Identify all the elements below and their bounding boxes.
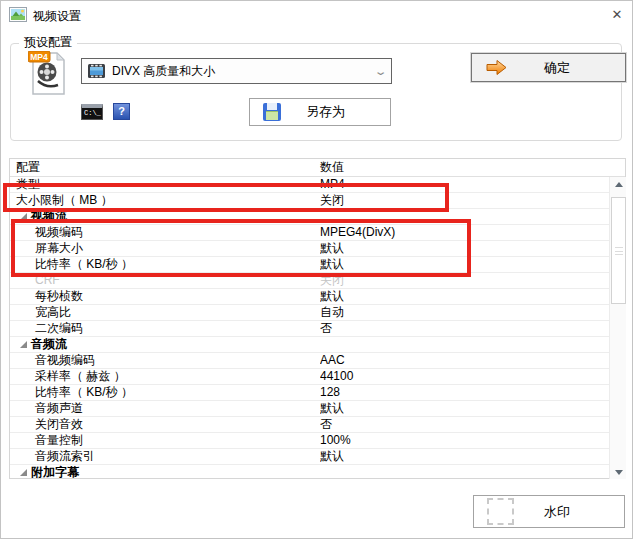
row-label-text: 采样率（ 赫兹 ） xyxy=(35,369,126,384)
scroll-up-icon[interactable] xyxy=(610,177,627,191)
titlebar: 视频设置 ✕ xyxy=(1,1,632,29)
close-icon[interactable]: ✕ xyxy=(605,5,629,25)
row-label-text: 音频流 xyxy=(31,337,67,352)
row-value: 128 xyxy=(320,385,625,400)
table-row[interactable]: 音量控制 100% xyxy=(10,433,625,449)
scrollbar-thumb[interactable] xyxy=(611,197,626,304)
row-value: 默认 xyxy=(320,449,625,464)
row-label-text: 音量控制 xyxy=(35,433,83,448)
row-label-text: CRF xyxy=(35,273,60,288)
command-prompt-icon[interactable]: C:\_ xyxy=(81,104,103,120)
table-body: 类型 MP4 大小限制（ MB ） 关闭 视频流 视频编码 MPEG4(DivX… xyxy=(10,177,625,479)
row-label-text: 类型 xyxy=(16,177,40,192)
preset-combobox[interactable]: DIVX 高质量和大小 ⌄ xyxy=(81,58,392,84)
row-value: 默认 xyxy=(320,257,625,272)
row-label-text: 音视频编码 xyxy=(35,353,95,368)
row-label-text: 宽高比 xyxy=(35,305,71,320)
row-value: MPEG4(DivX) xyxy=(320,225,625,240)
table-row[interactable]: 视频流 xyxy=(10,209,625,225)
table-row[interactable]: 宽高比 自动 xyxy=(10,305,625,321)
table-row[interactable]: 类型 MP4 xyxy=(10,177,625,193)
row-label-text: 比特率（ KB/秒 ） xyxy=(35,385,133,400)
table-row[interactable]: 比特率（ KB/秒 ） 默认 xyxy=(10,257,625,273)
save-as-button-label: 另存为 xyxy=(281,103,370,121)
svg-text:MP4: MP4 xyxy=(30,52,48,62)
row-label-text: 附加字幕 xyxy=(31,465,79,479)
chevron-down-icon: ⌄ xyxy=(373,65,387,78)
ok-button-label: 确定 xyxy=(507,59,607,77)
row-label-text: 二次编码 xyxy=(35,321,83,336)
table-row[interactable]: 视频编码 MPEG4(DivX) xyxy=(10,225,625,241)
row-label: 音频声道 xyxy=(10,401,320,416)
row-value: 自动 xyxy=(320,305,625,320)
help-icon[interactable]: ? xyxy=(113,103,130,120)
table-row[interactable]: 关闭音效 否 xyxy=(10,417,625,433)
row-label: 音频流 xyxy=(10,337,320,352)
row-value: 默认 xyxy=(320,401,625,416)
row-label: 每秒桢数 xyxy=(10,289,320,304)
row-value: 100% xyxy=(320,433,625,448)
watermark-button[interactable]: 水印 xyxy=(473,495,625,528)
row-label: 视频编码 xyxy=(10,225,320,240)
row-label-text: 每秒桢数 xyxy=(35,289,83,304)
row-label: 宽高比 xyxy=(10,305,320,320)
table-row[interactable]: 屏幕大小 默认 xyxy=(10,241,625,257)
expand-triangle-icon xyxy=(20,213,27,220)
column-header-config: 配置 xyxy=(10,159,320,176)
save-as-button[interactable]: 另存为 xyxy=(249,98,391,126)
ok-button[interactable]: 确定 xyxy=(471,53,626,82)
table-row[interactable]: 每秒桢数 默认 xyxy=(10,289,625,305)
row-label-text: 屏幕大小 xyxy=(35,241,83,256)
row-value: 44100 xyxy=(320,369,625,384)
table-row[interactable]: 音频流 xyxy=(10,337,625,353)
row-label: 视频流 xyxy=(10,209,320,224)
orange-arrow-icon xyxy=(486,59,507,76)
picture-icon xyxy=(9,7,27,22)
table-row[interactable]: 采样率（ 赫兹 ） 44100 xyxy=(10,369,625,385)
table-row[interactable]: 二次编码 否 xyxy=(10,321,625,337)
row-label-text: 音频声道 xyxy=(35,401,83,416)
row-label-text: 音频流索引 xyxy=(35,449,95,464)
table-scrollbar[interactable] xyxy=(609,177,626,479)
row-value: AAC xyxy=(320,353,625,368)
column-header-value: 数值 xyxy=(320,159,625,176)
preset-combo-value: DIVX 高质量和大小 xyxy=(112,63,215,80)
row-value: 否 xyxy=(320,417,625,432)
row-label-text: 大小限制（ MB ） xyxy=(16,193,113,208)
row-value: MP4 xyxy=(320,177,625,192)
stamp-icon xyxy=(487,498,514,525)
row-value: 关闭 xyxy=(320,273,625,288)
table-row[interactable]: 比特率（ KB/秒 ） 128 xyxy=(10,385,625,401)
table-row[interactable]: CRF 关闭 xyxy=(10,273,625,289)
row-label: 音量控制 xyxy=(10,433,320,448)
row-label: 屏幕大小 xyxy=(10,241,320,256)
table-row[interactable]: 大小限制（ MB ） 关闭 xyxy=(10,193,625,209)
row-label-text: 关闭音效 xyxy=(35,417,83,432)
watermark-button-label: 水印 xyxy=(514,503,600,521)
table-row[interactable]: 音频流索引 默认 xyxy=(10,449,625,465)
row-label-text: 视频编码 xyxy=(35,225,83,240)
row-label-text: 视频流 xyxy=(31,209,67,224)
row-value: 关闭 xyxy=(320,193,625,208)
row-label-text: 比特率（ KB/秒 ） xyxy=(35,257,133,272)
table-header: 配置 数值 xyxy=(10,159,625,177)
row-value: 默认 xyxy=(320,241,625,256)
row-label: 比特率（ KB/秒 ） xyxy=(10,257,320,272)
mp4-movie-file-icon: MP4 xyxy=(28,50,66,97)
scrollbar-grip-icon xyxy=(615,247,623,255)
expand-triangle-icon xyxy=(20,341,27,348)
row-label: 音频流索引 xyxy=(10,449,320,464)
row-label: 二次编码 xyxy=(10,321,320,336)
table-row[interactable]: 附加字幕 xyxy=(10,465,625,479)
scroll-down-icon[interactable] xyxy=(610,465,627,479)
filmstrip-icon xyxy=(88,64,105,78)
row-label: 比特率（ KB/秒 ） xyxy=(10,385,320,400)
table-row[interactable]: 音视频编码 AAC xyxy=(10,353,625,369)
row-label: 大小限制（ MB ） xyxy=(10,193,320,208)
table-row[interactable]: 音频声道 默认 xyxy=(10,401,625,417)
row-value: 否 xyxy=(320,321,625,336)
row-label: 附加字幕 xyxy=(10,465,320,479)
row-label: 类型 xyxy=(10,177,320,192)
row-label: 采样率（ 赫兹 ） xyxy=(10,369,320,384)
preset-group-label: 预设配置 xyxy=(19,34,77,51)
